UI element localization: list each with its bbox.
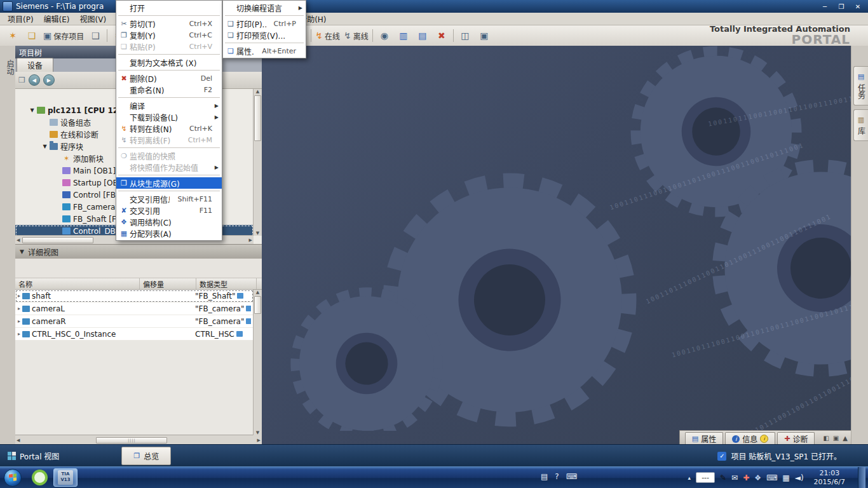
- overview-tab[interactable]: ❐ 总览: [121, 447, 171, 465]
- dock-left-icon[interactable]: ◧: [823, 435, 829, 442]
- scroll-thumb[interactable]: [254, 296, 261, 314]
- datatype-select-icon[interactable]: [236, 331, 243, 337]
- save-project-button[interactable]: ▣保存项目: [42, 28, 85, 43]
- bluetooth-icon[interactable]: ❖: [754, 474, 761, 482]
- scroll-right-icon[interactable]: ▶: [257, 438, 261, 443]
- menu-item-open[interactable]: 打开: [116, 2, 222, 13]
- taskbar-app-tia-portal[interactable]: TIAV13: [53, 468, 78, 487]
- dock-float-icon[interactable]: ▣: [833, 435, 839, 442]
- cross-references-button[interactable]: ▤: [414, 28, 431, 43]
- menu-item-switch-programming-language[interactable]: 切换编程语言▶: [223, 2, 306, 13]
- menu-item-cross-reference-info[interactable]: 交叉引用信息Shift+F11: [116, 193, 222, 205]
- start-simulation-button[interactable]: ▥: [395, 28, 412, 43]
- split-editor-vertical-button[interactable]: ▣: [475, 28, 493, 43]
- help-icon[interactable]: ?: [555, 472, 559, 481]
- portal-view-button[interactable]: Portal 视图: [0, 445, 67, 467]
- open-project-button[interactable]: ❏: [23, 28, 41, 43]
- menu-item-compile[interactable]: 编译▶: [116, 100, 222, 111]
- chevron-right-icon[interactable]: ▸: [18, 293, 20, 299]
- chevron-right-icon[interactable]: ▸: [18, 331, 20, 337]
- show-desktop-button[interactable]: [858, 467, 865, 488]
- datatype-select-icon[interactable]: [237, 293, 243, 299]
- collapse-icon[interactable]: ▼: [41, 144, 49, 149]
- taskbar-clock[interactable]: 21:03 2015/6/7: [809, 469, 850, 487]
- hidden-icons-arrow[interactable]: ▴: [688, 475, 691, 481]
- menu-item-apply-snapshot-as-start-values[interactable]: 将快照值作为起始值▶: [116, 161, 222, 173]
- menu-item-snapshot-of-monitor-values[interactable]: ❍监视值的快照: [116, 150, 222, 161]
- language-bar[interactable]: ---: [696, 472, 715, 483]
- scroll-left-icon[interactable]: ◀: [17, 238, 20, 243]
- inspector-tab-info[interactable]: i信息i: [725, 432, 775, 445]
- menu-item-call-structure[interactable]: ❖调用结构(C): [116, 216, 222, 227]
- scroll-up-icon[interactable]: ▲: [256, 89, 259, 94]
- detail-row-shaft[interactable]: ▸shaft"FB_Shaft"Tr...: [15, 290, 254, 302]
- menu-item-assignment-list[interactable]: ▦分配列表(A): [116, 227, 222, 239]
- portal-start-label[interactable]: 启动: [0, 60, 15, 75]
- menu-item-generate-source-from-blocks[interactable]: ❒从块生成源(G): [116, 177, 222, 189]
- pen-icon[interactable]: ✎: [720, 473, 726, 482]
- print-button[interactable]: ❑: [86, 28, 104, 43]
- scroll-thumb[interactable]: ||||: [96, 437, 167, 444]
- detail-row-CTRL_HSC_0_Instance[interactable]: ▸CTRL_HSC_0_InstanceCTRL_HSCTr...: [15, 328, 254, 341]
- scroll-down-icon[interactable]: ▼: [256, 430, 259, 435]
- chevron-right-icon[interactable]: ▸: [18, 318, 20, 324]
- menubar-item-1[interactable]: 编辑(E): [39, 13, 75, 25]
- chevron-right-icon[interactable]: ▸: [18, 306, 20, 311]
- detail-column-header-2[interactable]: 数据类型: [196, 278, 257, 289]
- close-button[interactable]: ✕: [850, 1, 865, 11]
- add-device-icon[interactable]: ❒: [18, 76, 25, 85]
- minimize-button[interactable]: ─: [817, 1, 832, 11]
- ime-icon[interactable]: ⌨: [766, 474, 777, 482]
- menu-item-go-offline[interactable]: ↯转到离线(F)Ctrl+M: [116, 134, 222, 146]
- menubar-item-2[interactable]: 视图(V): [75, 13, 112, 25]
- collapse-icon[interactable]: ▼: [28, 107, 36, 113]
- detail-view-header[interactable]: ▼ 详细视图: [15, 244, 262, 259]
- datatype-select-icon[interactable]: [246, 306, 251, 311]
- scroll-right-icon[interactable]: ▶: [249, 238, 252, 243]
- datatype-select-icon[interactable]: [246, 318, 251, 324]
- tree-vertical-scrollbar[interactable]: ▲ ▼: [253, 89, 262, 236]
- menu-item-cross-references[interactable]: ✘交叉引用F11: [116, 205, 222, 216]
- navigate-forward-icon[interactable]: ▶: [43, 74, 55, 86]
- inspector-tab-properties[interactable]: ▤属性: [685, 432, 723, 445]
- volume-icon[interactable]: ◄): [795, 474, 804, 482]
- scroll-thumb[interactable]: [22, 237, 93, 243]
- new-project-button[interactable]: ✶: [4, 28, 22, 43]
- menu-item-copy[interactable]: ❐复制(Y)Ctrl+C: [116, 29, 222, 41]
- menu-item-paste[interactable]: ❏粘贴(P)Ctrl+V: [116, 41, 222, 52]
- menu-item-properties[interactable]: ❏属性...Alt+Enter: [223, 45, 306, 57]
- accessible-devices-button[interactable]: ◉: [376, 28, 393, 43]
- taskbar-app-browser[interactable]: [28, 469, 51, 486]
- menu-item-copy-as-text[interactable]: 复制为文本格式 (X): [116, 57, 222, 68]
- split-editor-horizontal-button[interactable]: ◫: [456, 28, 474, 43]
- scroll-up-icon[interactable]: ▲: [256, 290, 259, 295]
- scroll-down-icon[interactable]: ▼: [256, 231, 259, 236]
- menu-item-cut[interactable]: ✂剪切(T)Ctrl+X: [116, 18, 222, 29]
- navigate-back-icon[interactable]: ◀: [29, 74, 40, 86]
- menu-item-rename[interactable]: 重命名(N)F2: [116, 84, 222, 95]
- menu-item-print-preview[interactable]: ❏打印预览(V)...: [223, 29, 306, 41]
- menu-item-download-to-device[interactable]: 下载到设备(L)▶: [116, 111, 222, 123]
- side-tab-tasks[interactable]: ▤任务: [853, 66, 868, 105]
- menubar-item-0[interactable]: 项目(P): [3, 13, 39, 25]
- keyboard-icon[interactable]: ⌨: [566, 472, 577, 481]
- network-icon[interactable]: ▦: [782, 474, 789, 482]
- menu-item-go-online[interactable]: ↯转到在线(N)Ctrl+K: [116, 123, 222, 134]
- menu-item-print[interactable]: ❑打印(P)...Ctrl+P: [223, 18, 306, 29]
- go-online-button[interactable]: ↯在线: [314, 28, 341, 43]
- monitor-icon[interactable]: ▤: [541, 472, 548, 481]
- inspector-tab-diagnostics[interactable]: ✚诊断: [777, 432, 815, 445]
- menu-item-delete[interactable]: ✖删除(D)Del: [116, 72, 222, 84]
- scroll-thumb[interactable]: [254, 95, 261, 141]
- close-editor-button[interactable]: ✖: [433, 28, 451, 43]
- detail-column-header-1[interactable]: 偏移量: [140, 278, 196, 289]
- dock-collapse-icon[interactable]: ▲: [843, 435, 848, 442]
- detail-horizontal-scrollbar[interactable]: ◀ |||| ▶: [15, 435, 262, 445]
- detail-row-cameraR[interactable]: ▸cameraR"FB_camera"Tr...: [15, 315, 254, 328]
- mail-icon[interactable]: ✉: [731, 474, 738, 482]
- side-tab-libraries[interactable]: ▥库: [853, 109, 868, 141]
- start-button[interactable]: [4, 469, 22, 487]
- detail-column-header-0[interactable]: 名称: [15, 278, 140, 289]
- detail-row-cameraL[interactable]: ▸cameraL"FB_camera"Tr...: [15, 302, 254, 315]
- go-offline-button[interactable]: ↯离线: [342, 28, 370, 43]
